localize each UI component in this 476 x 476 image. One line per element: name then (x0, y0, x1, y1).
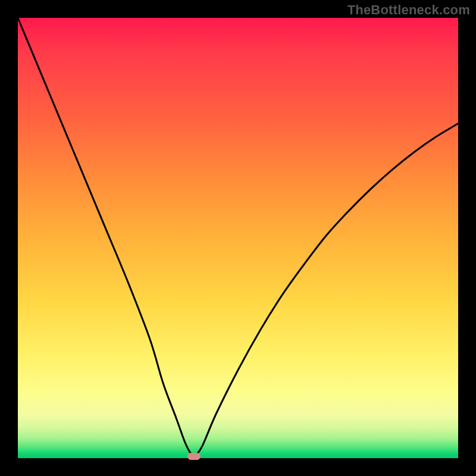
plot-area (18, 18, 458, 458)
watermark-label: TheBottleneck.com (347, 2, 470, 18)
bottleneck-curve (18, 18, 458, 458)
plot-outer (18, 18, 458, 458)
chart-frame: TheBottleneck.com (0, 0, 476, 476)
min-marker (187, 453, 201, 460)
curve-path (18, 18, 458, 456)
